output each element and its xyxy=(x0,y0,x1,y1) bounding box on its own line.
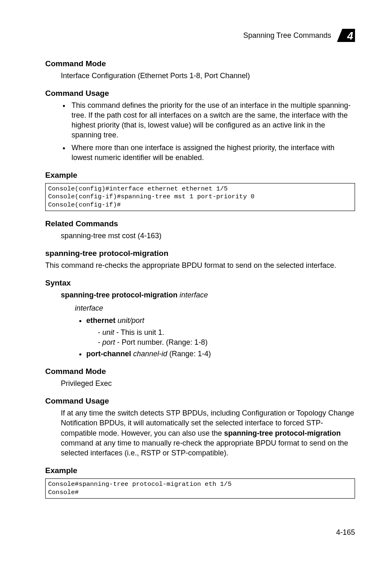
chapter-number: 4 xyxy=(347,30,353,42)
page-number: 4-165 xyxy=(45,527,355,537)
port-arg-name: port xyxy=(102,338,115,346)
running-title: Spanning Tree Commands xyxy=(243,30,331,40)
heading-example-2: Example xyxy=(45,465,355,476)
syntax-option-list: ethernet unit/port unit - This is unit 1… xyxy=(86,316,355,359)
unit-arg-name: unit xyxy=(102,328,114,337)
text-command-usage-2: If at any time the switch detects STP BP… xyxy=(61,408,355,458)
usage-bullet-1: This command defines the priority for th… xyxy=(70,100,355,140)
command-name: spanning-tree protocol-migration xyxy=(45,248,355,259)
port-channel-arg: channel-id xyxy=(133,350,167,358)
code-block-1: Console(config)#interface ethernet ether… xyxy=(45,183,355,211)
related-commands-text: spanning-tree mst cost (4-163) xyxy=(61,231,355,241)
ethernet-port-desc: port - Port number. (Range: 1-8) xyxy=(98,337,355,347)
usage2-post: command at any time to manually re-check… xyxy=(61,439,348,457)
code-block-2: Console#spanning-tree protocol-migration… xyxy=(45,478,355,499)
running-header: Spanning Tree Commands 4 xyxy=(45,29,355,42)
ethernet-unit-desc: unit - This is unit 1. xyxy=(98,327,355,337)
usage-bullet-2: Where more than one interface is assigne… xyxy=(70,143,355,163)
heading-command-mode-1: Command Mode xyxy=(45,58,355,69)
ethernet-subargs: unit - This is unit 1. port - Port numbe… xyxy=(98,327,355,348)
ethernet-port-arg: port xyxy=(131,316,144,325)
text-command-mode-1: Interface Configuration (Ethernet Ports … xyxy=(61,71,355,81)
syntax-arg-heading: interface xyxy=(75,303,355,313)
ethernet-unit-arg: unit xyxy=(118,316,129,325)
heading-command-mode-2: Command Mode xyxy=(45,366,355,377)
heading-command-usage-2: Command Usage xyxy=(45,396,355,406)
port-arg-desc: - Port number. (Range: 1-8) xyxy=(115,338,208,346)
heading-related-commands: Related Commands xyxy=(45,218,355,229)
ethernet-keyword: ethernet xyxy=(86,316,115,325)
unit-arg-desc: - This is unit 1. xyxy=(114,328,164,337)
syntax-option-ethernet: ethernet unit/port unit - This is unit 1… xyxy=(86,316,355,347)
syntax-literal: spanning-tree protocol-migration xyxy=(61,291,178,299)
chapter-badge-icon: 4 xyxy=(337,29,355,42)
heading-command-usage-1: Command Usage xyxy=(45,88,355,99)
heading-syntax: Syntax xyxy=(45,278,355,288)
heading-example-1: Example xyxy=(45,170,355,181)
syntax-option-port-channel: port-channel channel-id (Range: 1-4) xyxy=(86,349,355,359)
command-description: This command re-checks the appropriate B… xyxy=(45,260,355,270)
syntax-line: spanning-tree protocol-migration interfa… xyxy=(61,290,355,300)
port-channel-keyword: port-channel xyxy=(86,350,131,358)
syntax-arg: interface xyxy=(180,291,208,299)
port-channel-desc: (Range: 1-4) xyxy=(167,350,211,358)
text-command-mode-2: Privileged Exec xyxy=(61,378,355,388)
usage2-bold: spanning-tree protocol-migration xyxy=(224,429,341,437)
usage-bullet-list-1: This command defines the priority for th… xyxy=(70,100,355,163)
